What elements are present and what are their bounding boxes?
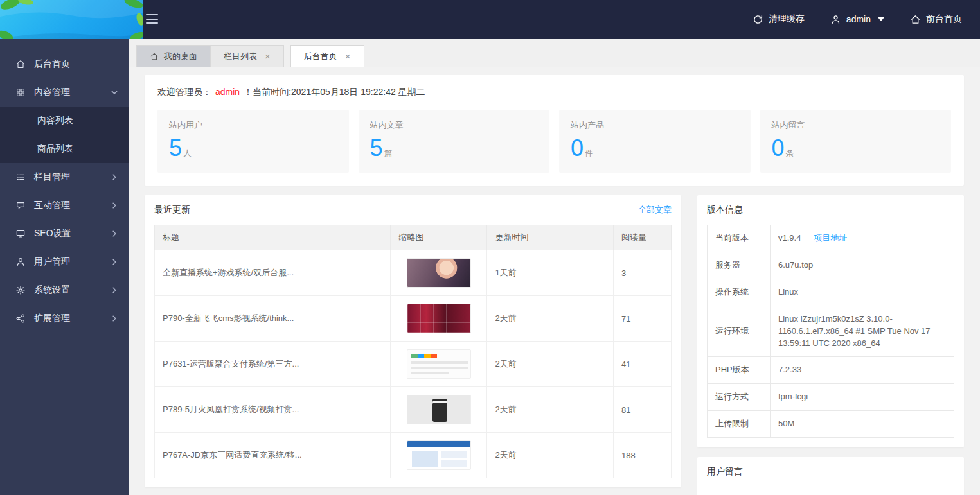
article-title[interactable]: P790-全新飞飞cms影视系统/think... xyxy=(155,296,391,342)
article-title[interactable]: 全新直播系统+游戏系统/双后台服... xyxy=(155,250,391,296)
tab-label: 我的桌面 xyxy=(164,51,197,62)
tab-label: 后台首页 xyxy=(304,51,337,62)
version-row-value: v1.9.4 xyxy=(778,233,801,243)
user-messages-card: 用户留言 xyxy=(697,457,964,495)
user-menu[interactable]: admin xyxy=(830,14,884,25)
front-home-button[interactable]: 前台首页 xyxy=(910,13,962,25)
welcome-card: 欢迎管理员：admin！当前时间:2021年05月18日 19:22:42 星期… xyxy=(145,75,964,186)
stat-label: 站内产品 xyxy=(571,119,739,131)
top-bar: 清理缓存 admin 前台首页 xyxy=(0,0,980,39)
stat-value: 5 xyxy=(169,135,182,161)
project-link[interactable]: 项目地址 xyxy=(814,233,847,243)
clear-cache-button[interactable]: 清理缓存 xyxy=(753,13,805,25)
grid-icon xyxy=(15,87,26,98)
main-area: 我的桌面 栏目列表 × 后台首页 × 欢迎管理员：admin！当前时间:2021… xyxy=(129,39,980,495)
sidebar-item-interaction[interactable]: 互动管理 xyxy=(0,191,129,220)
table-row: 当前版本 v1.9.4项目地址 xyxy=(708,225,954,252)
article-title[interactable]: P767A-JD京东三网话费直充系统/移... xyxy=(155,433,391,478)
chevron-right-icon xyxy=(111,315,118,322)
sidebar-submenu-content: 内容列表 商品列表 xyxy=(0,107,129,163)
home-icon xyxy=(150,52,159,61)
sidebar: 后台首页 内容管理 内容列表 商品列表 栏目管理 互动管理 SEO设置 用户管理… xyxy=(0,39,129,495)
home-icon xyxy=(15,59,26,69)
sidebar-item-label: 栏目管理 xyxy=(34,171,70,183)
sidebar-item-extensions[interactable]: 扩展管理 xyxy=(0,304,129,333)
table-row: 运行方式 fpm-fcgi xyxy=(708,384,954,411)
stat-site-articles: 站内文章 5篇 xyxy=(359,110,550,173)
article-title[interactable]: P789-5月火凤凰打赏系统/视频打赏... xyxy=(155,387,391,433)
read-count: 71 xyxy=(614,296,672,342)
share-nodes-icon xyxy=(15,313,26,324)
sidebar-item-label: 用户管理 xyxy=(34,256,70,268)
close-icon[interactable]: × xyxy=(345,51,351,61)
sidebar-item-settings[interactable]: 系统设置 xyxy=(0,276,129,304)
chevron-right-icon xyxy=(111,286,118,294)
stat-unit: 条 xyxy=(786,148,794,158)
stat-site-messages: 站内留言 0条 xyxy=(760,110,952,173)
read-count: 188 xyxy=(614,433,672,478)
table-row: P789-5月火凤凰打赏系统/视频打赏... 2天前 81 xyxy=(155,387,672,433)
refresh-icon xyxy=(753,14,763,25)
content-area: 欢迎管理员：admin！当前时间:2021年05月18日 19:22:42 星期… xyxy=(129,67,980,495)
sidebar-item-label: 扩展管理 xyxy=(34,313,70,324)
welcome-admin-name: admin xyxy=(215,87,240,97)
version-row-label: 操作系统 xyxy=(708,279,771,306)
thumbnail-image xyxy=(407,440,471,470)
version-info-title: 版本信息 xyxy=(707,204,743,216)
stat-site-products: 站内产品 0件 xyxy=(559,110,751,173)
update-time: 2天前 xyxy=(487,296,614,342)
close-icon[interactable]: × xyxy=(265,51,271,61)
table-row: 运行环境 Linux iZzujr1m5k0z1sZ 3.10.0-1160.6… xyxy=(708,306,954,357)
sidebar-item-columns[interactable]: 栏目管理 xyxy=(0,163,129,191)
monitor-icon xyxy=(15,229,26,239)
version-row-value: fpm-fcgi xyxy=(771,384,954,411)
front-home-label: 前台首页 xyxy=(926,13,962,25)
tab-label: 栏目列表 xyxy=(224,51,257,62)
home-icon xyxy=(910,14,921,25)
sidebar-item-product-list[interactable]: 商品列表 xyxy=(0,135,129,163)
sidebar-item-users[interactable]: 用户管理 xyxy=(0,248,129,276)
update-time: 2天前 xyxy=(487,342,614,387)
tab-my-desktop[interactable]: 我的桌面 xyxy=(136,45,211,67)
column-header-time: 更新时间 xyxy=(487,225,614,250)
tab-dashboard[interactable]: 后台首页 × xyxy=(290,45,364,67)
article-title[interactable]: P7631-运营版聚合支付系统/第三方... xyxy=(155,342,391,387)
thumbnail-image xyxy=(407,258,471,288)
clear-cache-label: 清理缓存 xyxy=(769,13,805,25)
column-header-reads: 阅读量 xyxy=(614,225,672,250)
thumbnail-image xyxy=(407,395,471,424)
read-count: 3 xyxy=(614,250,672,296)
user-icon xyxy=(15,257,26,267)
collapse-menu-icon[interactable] xyxy=(146,14,158,24)
table-row: P7631-运营版聚合支付系统/第三方... 2天前 41 xyxy=(155,342,672,387)
stat-value: 0 xyxy=(772,135,785,161)
sidebar-item-label: SEO设置 xyxy=(34,228,71,239)
chat-icon xyxy=(15,200,26,211)
version-row-value: 7.2.33 xyxy=(771,357,954,384)
chevron-right-icon xyxy=(111,258,118,266)
version-row-label: 运行环境 xyxy=(708,306,771,357)
version-row-value: Linux iZzujr1m5k0z1sZ 3.10.0-1160.6.1.el… xyxy=(771,306,954,357)
sidebar-item-dashboard[interactable]: 后台首页 xyxy=(0,50,129,78)
version-row-value: 6.u7u.top xyxy=(771,252,954,279)
sidebar-item-label: 内容管理 xyxy=(34,87,70,98)
version-row-label: 服务器 xyxy=(708,252,771,279)
sidebar-item-content-list[interactable]: 内容列表 xyxy=(0,107,129,135)
version-row-value: Linux xyxy=(771,279,954,306)
welcome-prefix: 欢迎管理员： xyxy=(157,87,211,97)
list-icon xyxy=(15,172,26,182)
update-time: 1天前 xyxy=(487,250,614,296)
sidebar-item-content[interactable]: 内容管理 xyxy=(0,78,129,107)
welcome-time: ！当前时间:2021年05月18日 19:22:42 星期二 xyxy=(244,87,425,97)
version-info-table: 当前版本 v1.9.4项目地址 服务器 6.u7u.top 操作系统 Linux xyxy=(707,225,954,438)
all-articles-link[interactable]: 全部文章 xyxy=(638,204,672,216)
sidebar-item-seo[interactable]: SEO设置 xyxy=(0,220,129,248)
chevron-right-icon xyxy=(111,202,118,209)
version-row-value: 50M xyxy=(771,411,954,438)
tab-column-list[interactable]: 栏目列表 × xyxy=(211,45,284,67)
column-header-title: 标题 xyxy=(155,225,391,250)
chevron-right-icon xyxy=(111,173,118,181)
table-row: P767A-JD京东三网话费直充系统/移... 2天前 188 xyxy=(155,433,672,478)
stat-site-users: 站内用户 5人 xyxy=(157,110,349,173)
tab-bar: 我的桌面 栏目列表 × 后台首页 × xyxy=(129,39,980,67)
